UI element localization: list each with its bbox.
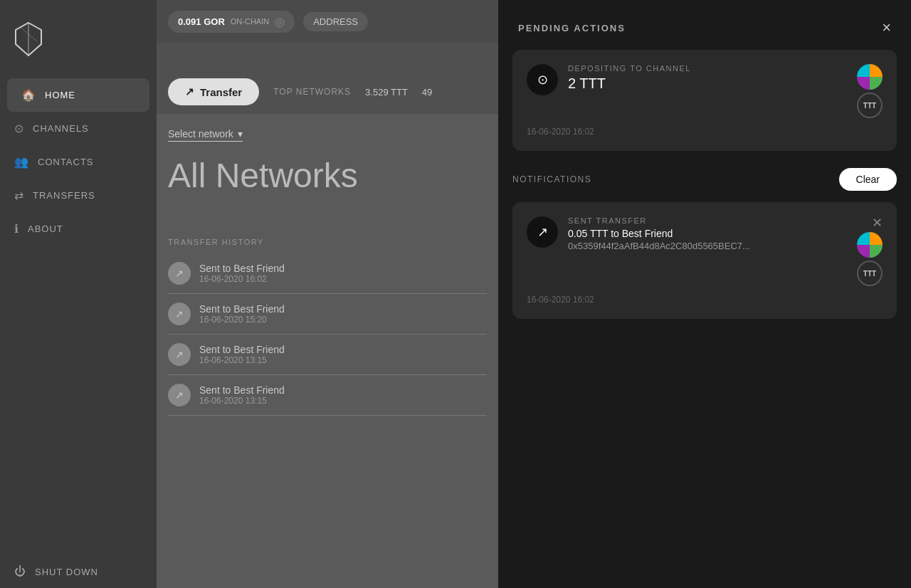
sent-transfer-amount: 0.05 TTT to Best Friend — [568, 228, 750, 239]
history-item-date: 16-06-2020 13:15 — [199, 396, 285, 406]
transfer-button[interactable]: ↗ Transfer — [168, 78, 259, 105]
sidebar-label-transfers: TRANSFERS — [33, 190, 95, 201]
top-networks-label: TOP NETWORKS — [273, 87, 351, 97]
sidebar-label-channels: CHANNELS — [33, 123, 89, 134]
all-networks-title: All Networks — [168, 156, 487, 195]
history-item-name: Sent to Best Friend — [199, 344, 285, 355]
list-item: ↗ Sent to Best Friend 16-06-2020 13:15 — [168, 335, 487, 375]
history-item-date: 16-06-2020 15:20 — [199, 315, 285, 325]
sent-transfer-timestamp: 16-06-2020 16:02 — [527, 295, 883, 305]
transfer-area: ↗ Transfer TOP NETWORKS 3.529 TTT 49 — [157, 78, 498, 105]
sent-ttt-token-avatar: TTT — [857, 261, 883, 286]
balance-chip: 0.091 GOR ON-CHAIN ◎ — [168, 11, 295, 33]
panel-header: PENDING ACTIONS × — [498, 0, 911, 50]
network-token-mosaic — [857, 64, 883, 90]
dismiss-sent-transfer-button[interactable]: ✕ — [872, 216, 883, 229]
home-icon: 🏠 — [21, 88, 36, 102]
ttt-amount: 3.529 TTT — [365, 87, 408, 98]
sent-transfer-address: 0x5359f44f2aAfB44d8Ac2C80d5565BEC7... — [568, 241, 750, 251]
list-item: ↗ Sent to Best Friend 16-06-2020 15:20 — [168, 294, 487, 335]
transfer-arrow-icon: ↗ — [168, 343, 191, 366]
sidebar-item-about[interactable]: ℹ ABOUT — [0, 212, 157, 246]
deposit-card: ⊙ DEPOSITING TO CHANNEL 2 TTT TTT 16-06-… — [512, 50, 897, 151]
balance-value: 0.091 GOR — [178, 16, 225, 27]
sidebar-item-home[interactable]: 🏠 HOME — [7, 78, 149, 112]
sidebar-bottom: ⏻ SHUT DOWN — [0, 555, 157, 588]
main-content: Select network ▾ All Networks TRANSFER H… — [157, 114, 498, 588]
sidebar: 🏠 HOME ⊙ CHANNELS 👥 CONTACTS ⇄ TRANSFERS… — [0, 0, 157, 588]
chevron-down-icon: ▾ — [238, 128, 243, 140]
sidebar-item-transfers[interactable]: ⇄ TRANSFERS — [0, 179, 157, 212]
channels-icon: ⊙ — [14, 122, 24, 135]
clear-notifications-button[interactable]: Clear — [839, 168, 897, 191]
transfer-arrow-icon: ↗ — [185, 85, 194, 98]
sent-transfer-card: ↗ SENT TRANSFER 0.05 TTT to Best Friend … — [512, 202, 897, 319]
list-item: ↗ Sent to Best Friend 16-06-2020 13:15 — [168, 375, 487, 416]
about-icon: ℹ — [14, 222, 19, 236]
ttt-token-avatar: TTT — [857, 93, 883, 118]
deposit-label: DEPOSITING TO CHANNEL — [568, 64, 691, 73]
spinner-icon: ◎ — [275, 15, 285, 28]
sidebar-item-contacts[interactable]: 👥 CONTACTS — [0, 145, 157, 179]
app-logo — [14, 21, 43, 57]
contacts-icon: 👥 — [14, 155, 29, 169]
transfer-history-label: TRANSFER HISTORY — [168, 238, 487, 246]
sidebar-item-channels[interactable]: ⊙ CHANNELS — [0, 112, 157, 145]
transfer-arrow-icon: ↗ — [168, 384, 191, 406]
sent-network-token-mosaic — [857, 232, 883, 258]
chain-label: ON-CHAIN — [231, 17, 269, 26]
notifications-bar: NOTIFICATIONS Clear — [498, 162, 911, 202]
history-item-name: Sent to Best Friend — [199, 384, 285, 396]
notifications-label: NOTIFICATIONS — [512, 174, 591, 184]
topbar: 0.091 GOR ON-CHAIN ◎ ADDRESS — [157, 0, 498, 43]
history-item-name: Sent to Best Friend — [199, 303, 285, 315]
history-item-date: 16-06-2020 13:15 — [199, 355, 285, 365]
history-item-name: Sent to Best Friend — [199, 263, 285, 274]
sidebar-label-about: ABOUT — [28, 224, 63, 234]
sidebar-label-shutdown: SHUT DOWN — [35, 567, 98, 577]
network-selector[interactable]: Select network ▾ — [168, 128, 243, 142]
transfer-arrow-icon: ↗ — [168, 262, 191, 285]
network-selector-label: Select network — [168, 128, 233, 140]
sent-transfer-label: SENT TRANSFER — [568, 216, 750, 225]
sidebar-label-contacts: CONTACTS — [38, 157, 94, 167]
panel-title: PENDING ACTIONS — [518, 23, 626, 33]
network-count: 49 — [422, 87, 432, 98]
sidebar-label-home: HOME — [45, 90, 75, 100]
close-panel-button[interactable]: × — [882, 20, 891, 36]
address-chip[interactable]: ADDRESS — [303, 12, 368, 31]
sidebar-item-shutdown[interactable]: ⏻ SHUT DOWN — [0, 555, 157, 588]
deposit-timestamp: 16-06-2020 16:02 — [527, 127, 883, 137]
deposit-amount: 2 TTT — [568, 75, 691, 92]
sent-transfer-icon: ↗ — [527, 216, 558, 248]
transfers-icon: ⇄ — [14, 189, 24, 202]
list-item: ↗ Sent to Best Friend 16-06-2020 16:02 — [168, 253, 487, 294]
shutdown-icon: ⏻ — [14, 565, 26, 578]
deposit-icon: ⊙ — [527, 64, 558, 95]
transfer-arrow-icon: ↗ — [168, 303, 191, 325]
history-item-date: 16-06-2020 16:02 — [199, 274, 285, 284]
pending-actions-panel: PENDING ACTIONS × ⊙ DEPOSITING TO CHANNE… — [498, 0, 911, 588]
